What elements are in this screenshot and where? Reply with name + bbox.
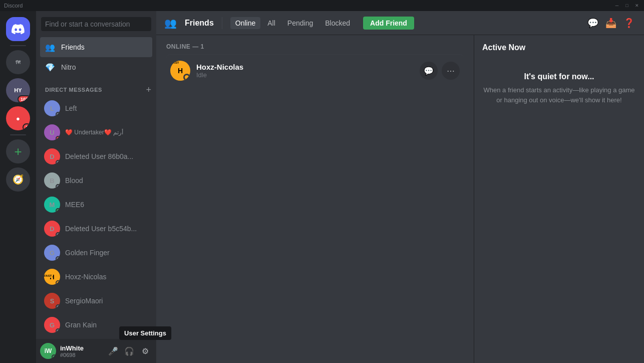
- friend-info: Hoxz-Nicolas Idle: [196, 63, 420, 79]
- user-area: iW inWhite #0698 🎤 🎧 ⚙ User Settings: [36, 339, 156, 363]
- user-status-dot: [52, 354, 56, 359]
- online-count: ONLINE — 1: [166, 43, 464, 50]
- explore-servers-button[interactable]: 🧭: [6, 167, 30, 192]
- avatar: D: [44, 148, 60, 164]
- friends-main-area: ONLINE — 1 H FAST Hoxz-Nicolas Idle 💬: [156, 35, 644, 363]
- avatar: U: [44, 124, 60, 140]
- friend-name: Hoxz-Nicolas: [196, 63, 420, 71]
- more-options-button[interactable]: ⋯: [442, 62, 460, 80]
- dm-item-gran-kain[interactable]: G Gran Kain: [40, 313, 152, 337]
- inbox-icon: 📥: [605, 18, 616, 29]
- dm-search-container: [36, 11, 156, 37]
- dm-sidebar: 👥 Friends 💎 Nitro Direct Messages + L Le…: [36, 11, 156, 363]
- status-dot: [56, 160, 60, 164]
- friend-status: Idle: [196, 71, 420, 79]
- find-conversation-input[interactable]: [41, 17, 151, 31]
- header-actions: 💬 📥 ❓: [586, 16, 636, 30]
- server-red-badge: 1: [23, 123, 30, 130]
- sidebar-item-friends[interactable]: 👥 Friends: [40, 37, 152, 57]
- friend-status-dot: [183, 74, 190, 81]
- server-hyn-badge: 107: [18, 95, 30, 102]
- sidebar-item-nitro[interactable]: 💎 Nitro: [40, 57, 152, 77]
- discord-home-button[interactable]: [6, 17, 30, 41]
- dm-item-hoxz-nicolas[interactable]: H FAST Hoxz-Nicolas: [40, 265, 152, 289]
- add-server-button[interactable]: +: [6, 139, 30, 163]
- user-name: inWhite: [60, 344, 102, 352]
- friends-header-title: Friends: [185, 19, 214, 28]
- status-dot: [56, 136, 60, 140]
- fast-tag-friend: FAST: [170, 61, 180, 65]
- more-icon: ⋯: [447, 66, 455, 76]
- friend-row-hoxz-nicolas[interactable]: H FAST Hoxz-Nicolas Idle 💬 ⋯: [166, 54, 464, 87]
- friends-body: ONLINE — 1 H FAST Hoxz-Nicolas Idle 💬: [156, 35, 474, 363]
- friends-icon: 👥: [44, 41, 56, 53]
- user-discriminator: #0698: [60, 352, 102, 358]
- tab-online[interactable]: Online: [230, 17, 260, 29]
- dm-name: Left: [65, 104, 77, 112]
- active-now-empty-title: It's quiet for now...: [482, 72, 636, 81]
- nitro-icon: 💎: [44, 61, 56, 73]
- status-dot: [56, 232, 60, 237]
- message-friend-button[interactable]: 💬: [420, 62, 438, 80]
- dm-item-undertaker[interactable]: U ❤️ Undertaker❤️ أرتم: [40, 120, 152, 144]
- header-divider: [222, 17, 222, 29]
- title-bar: Discord ─ □ ✕: [0, 0, 644, 11]
- friends-header: 👥 Friends Online All Pending Blocked Add…: [156, 11, 644, 35]
- active-now-empty-desc: When a friend starts an activity—like pl…: [482, 85, 636, 105]
- dm-item-deleted2[interactable]: D Deleted User b5c54b...: [40, 217, 152, 241]
- add-dm-button[interactable]: +: [146, 85, 151, 94]
- dm-name: ❤️ Undertaker❤️ أرتم: [65, 129, 123, 136]
- friend-avatar: H FAST: [170, 61, 190, 81]
- tab-blocked[interactable]: Blocked: [320, 17, 355, 29]
- direct-messages-header: Direct Messages: [45, 87, 102, 93]
- microphone-button[interactable]: 🎤: [106, 344, 120, 358]
- minimize-button[interactable]: ─: [614, 3, 620, 9]
- avatar: M: [44, 197, 60, 213]
- main-content: 👥 Friends Online All Pending Blocked Add…: [156, 11, 644, 363]
- dm-name: Hoxz-Nicolas: [65, 273, 106, 281]
- add-friend-button[interactable]: Add Friend: [363, 17, 414, 30]
- dm-item-left[interactable]: L Left: [40, 96, 152, 120]
- fast-tag: FAST: [44, 274, 53, 278]
- dm-name: MEE6: [65, 201, 84, 209]
- window-controls: ─ □ ✕: [614, 3, 640, 9]
- app-title: Discord: [4, 3, 23, 9]
- dm-nav: 👥 Friends 💎 Nitro: [36, 37, 156, 77]
- tab-all[interactable]: All: [262, 17, 280, 29]
- friends-tabs: Online All Pending Blocked: [230, 17, 355, 29]
- status-dot: [56, 304, 60, 309]
- dm-item-blood[interactable]: B Blood: [40, 168, 152, 193]
- dm-name: Golden Finger: [65, 249, 110, 257]
- friends-header-icon: 👥: [164, 17, 177, 29]
- avatar: S: [44, 293, 60, 309]
- tab-pending[interactable]: Pending: [282, 17, 318, 29]
- friend-actions: 💬 ⋯: [420, 62, 460, 80]
- dm-item-golden-finger[interactable]: G Golden Finger: [40, 241, 152, 265]
- avatar: G: [44, 317, 60, 333]
- maximize-button[interactable]: □: [624, 3, 630, 9]
- dm-item-sergio[interactable]: S SergioMaori: [40, 289, 152, 313]
- status-dot: [56, 184, 60, 189]
- server-escape[interactable]: 🗺: [6, 50, 30, 74]
- status-dot: [56, 328, 60, 333]
- user-settings-button[interactable]: ⚙: [138, 344, 152, 358]
- message-icon: 💬: [424, 66, 434, 76]
- headphones-button[interactable]: 🎧: [122, 344, 136, 358]
- dm-name: Blood: [65, 176, 83, 185]
- close-button[interactable]: ✕: [634, 3, 640, 9]
- server-divider-2: [10, 134, 26, 135]
- help-button[interactable]: ❓: [622, 16, 636, 30]
- new-group-dm-button[interactable]: 💬: [586, 16, 600, 30]
- server-red[interactable]: ● 1: [6, 106, 30, 130]
- status-dot: [56, 256, 60, 261]
- active-now-panel: Active Now It's quiet for now... When a …: [474, 35, 644, 363]
- nitro-nav-label: Nitro: [61, 63, 76, 71]
- friends-nav-label: Friends: [61, 43, 85, 51]
- server-hyn[interactable]: HY 107: [6, 78, 30, 102]
- dm-item-mee6[interactable]: M MEE6: [40, 193, 152, 217]
- status-dot: [56, 280, 60, 285]
- dm-item-deleted1[interactable]: D Deleted User 86b0a...: [40, 144, 152, 168]
- dm-name: Gran Kain: [65, 321, 97, 329]
- inbox-button[interactable]: 📥: [604, 16, 618, 30]
- avatar: D: [44, 221, 60, 237]
